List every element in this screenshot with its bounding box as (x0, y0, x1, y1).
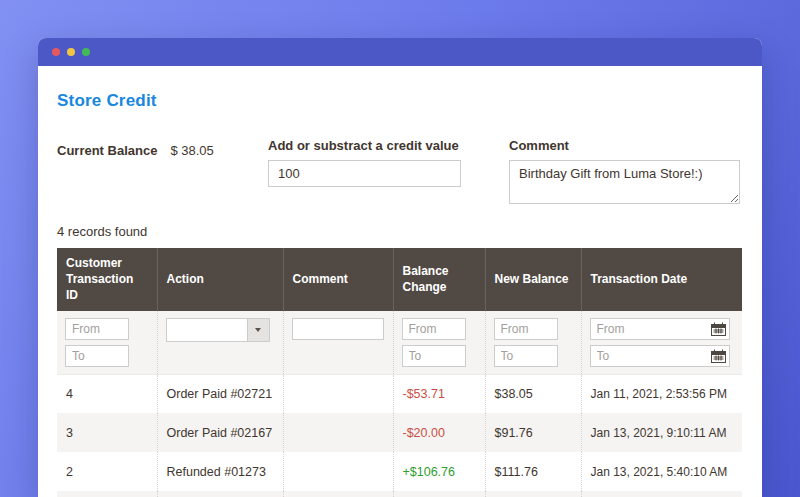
chevron-down-icon (247, 319, 269, 341)
cell-comment (283, 413, 393, 452)
filter-change-from-input[interactable] (402, 318, 466, 340)
comment-textarea[interactable]: Birthday Gift from Luma Store!:) (509, 160, 740, 204)
cell-transaction-id: 1 (57, 491, 157, 497)
window-maximize-button[interactable] (82, 48, 90, 56)
credit-value-label: Add or substract a credit value (268, 138, 461, 153)
comment-group: Comment Birthday Gift from Luma Store!:) (509, 138, 740, 207)
filter-balance-from-input[interactable] (494, 318, 558, 340)
filter-change-to-input[interactable] (402, 345, 466, 367)
column-header-balance-change[interactable]: Balance Change (393, 248, 485, 311)
filter-date-to-input[interactable] (590, 345, 730, 367)
window-minimize-button[interactable] (67, 48, 75, 56)
page-title: Store Credit (57, 91, 743, 111)
records-found-text: 4 records found (57, 224, 743, 239)
cell-change: -$20.00 (393, 413, 485, 452)
cell-date: Jan 19, 2021, 1:38:13 PM (581, 491, 742, 497)
window-close-button[interactable] (52, 48, 60, 56)
credit-form: Current Balance $ 38.05 Add or substract… (57, 138, 743, 212)
cell-transaction-id: 2 (57, 452, 157, 491)
page-content: Store Credit Current Balance $ 38.05 Add… (38, 66, 762, 497)
browser-titlebar (38, 38, 762, 66)
filter-comment-input[interactable] (292, 318, 384, 340)
cell-comment (283, 452, 393, 491)
cell-action: Refunded #01273 (157, 452, 283, 491)
grid-header-row: Customer Transaction ID Action Comment B… (57, 248, 742, 311)
grid-filter-row (57, 311, 742, 375)
current-balance-label: Current Balance (57, 143, 157, 158)
cell-change: +$106.76 (393, 452, 485, 491)
table-row: 2Refunded #01273+$106.76$111.76Jan 13, 2… (57, 452, 742, 491)
cell-action: Order Paid #02167 (157, 413, 283, 452)
cell-comment: Welcome to our webstore! (283, 491, 393, 497)
credit-value-input[interactable] (268, 160, 461, 187)
filter-balance-to-input[interactable] (494, 345, 558, 367)
cell-action: Order Paid #02721 (157, 374, 283, 413)
table-row: 1Changed By AdminWelcome to our webstore… (57, 491, 742, 497)
credit-value-group: Add or substract a credit value (268, 138, 461, 187)
column-header-transaction-id[interactable]: Customer Transaction ID (57, 248, 157, 311)
filter-date-from-input[interactable] (590, 318, 730, 340)
current-balance-value: $ 38.05 (170, 143, 213, 158)
cell-balance: $5.00 (485, 491, 581, 497)
cell-balance: $38.05 (485, 374, 581, 413)
table-row: 3Order Paid #02167-$20.00$91.76Jan 13, 2… (57, 413, 742, 452)
table-body: 4Order Paid #02721-$53.71$38.05Jan 11, 2… (57, 374, 742, 497)
cell-transaction-id: 4 (57, 374, 157, 413)
comment-label: Comment (509, 138, 740, 153)
filter-id-from-input[interactable] (65, 318, 129, 340)
cell-action: Changed By Admin (157, 491, 283, 497)
column-header-action[interactable]: Action (157, 248, 283, 311)
cell-balance: $111.76 (485, 452, 581, 491)
cell-comment (283, 374, 393, 413)
filter-id-to-input[interactable] (65, 345, 129, 367)
column-header-new-balance[interactable]: New Balance (485, 248, 581, 311)
cell-transaction-id: 3 (57, 413, 157, 452)
calendar-icon[interactable] (711, 322, 726, 336)
current-balance-group: Current Balance $ 38.05 (57, 143, 214, 158)
column-header-comment[interactable]: Comment (283, 248, 393, 311)
column-header-transaction-date[interactable]: Transaction Date (581, 248, 742, 311)
cell-change: -$53.71 (393, 374, 485, 413)
cell-date: Jan 13, 2021, 9:10:11 AM (581, 413, 742, 452)
cell-date: Jan 11, 2021, 2:53:56 PM (581, 374, 742, 413)
filter-action-select[interactable] (166, 318, 270, 342)
cell-change: +$5.00 (393, 491, 485, 497)
calendar-icon[interactable] (711, 349, 726, 363)
cell-date: Jan 13, 2021, 5:40:10 AM (581, 452, 742, 491)
table-row: 4Order Paid #02721-$53.71$38.05Jan 11, 2… (57, 374, 742, 413)
cell-balance: $91.76 (485, 413, 581, 452)
transactions-grid: Customer Transaction ID Action Comment B… (57, 248, 742, 497)
browser-window: Store Credit Current Balance $ 38.05 Add… (38, 38, 762, 497)
